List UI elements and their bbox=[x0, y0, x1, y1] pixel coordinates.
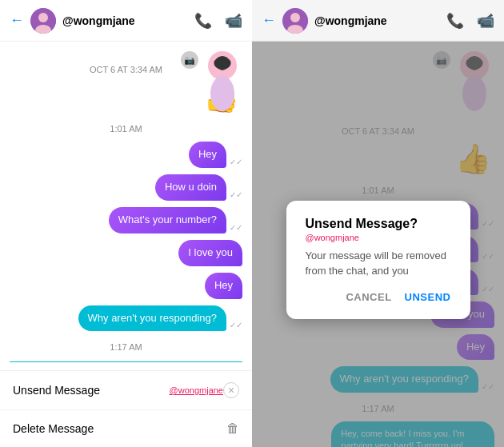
trash-icon: 🗑 bbox=[226, 421, 239, 436]
cancel-button[interactable]: CANCEL bbox=[346, 291, 391, 303]
unsend-username: @wongmjane bbox=[170, 385, 223, 395]
msg-hey-left: Hey ✓✓ bbox=[10, 142, 242, 168]
dialog-overlay: Unsend Message? @wongmjane Your message … bbox=[252, 42, 504, 447]
avatar-left bbox=[30, 8, 56, 34]
dialog-buttons: CANCEL UNSEND bbox=[306, 291, 451, 303]
header-actions-right: 📞 📹 bbox=[446, 12, 494, 30]
svg-point-7 bbox=[290, 13, 300, 22]
msg-iloveyou-left: I love you bbox=[10, 240, 242, 266]
bubble-howudoin-left[interactable]: How u doin bbox=[155, 174, 226, 201]
right-chat-container: 📷 OCT 6 AT 3:34 AM 👍 1:01 AM Hey ✓✓ How … bbox=[252, 42, 504, 447]
unsend-button[interactable]: UNSEND bbox=[405, 291, 451, 303]
back-button-right[interactable]: ← bbox=[262, 12, 276, 29]
msg-whynotresponding-left: Why aren't you responding? ✓✓ bbox=[10, 305, 242, 332]
dialog-title: Unsend Message? bbox=[306, 217, 451, 231]
svg-point-4 bbox=[210, 76, 234, 111]
username-left: @wongmjane bbox=[62, 14, 194, 27]
left-panel: ← @wongmjane 📞 📹 📷 bbox=[0, 0, 252, 447]
right-header: ← @wongmjane 📞 📹 bbox=[252, 0, 504, 42]
username-right: @wongmjane bbox=[314, 14, 446, 27]
left-header: ← @wongmjane 📞 📹 bbox=[0, 0, 252, 42]
bubble-hey2-left[interactable]: Hey bbox=[205, 273, 242, 299]
phone-icon-left[interactable]: 📞 bbox=[194, 12, 212, 30]
bubble-iloveyou-left[interactable]: I love you bbox=[178, 240, 242, 266]
dialog-body: Your message will be removed from the ch… bbox=[306, 249, 451, 277]
camera-icon-sticker-left: 📷 bbox=[181, 51, 198, 69]
unsend-message-item[interactable]: Unsend Message @wongmjane × bbox=[0, 371, 252, 410]
timestamp-101-left: 1:01 AM bbox=[10, 124, 242, 134]
phone-icon-right[interactable]: 📞 bbox=[446, 12, 464, 30]
bubble-whynotresponding-left[interactable]: Why aren't you responding? bbox=[78, 305, 226, 332]
chat-area-left: 📷 OCT 6 AT 3:34 AM 👍 1:01 AM Hey ✓✓ How … bbox=[0, 42, 252, 370]
back-button-left[interactable]: ← bbox=[10, 12, 24, 29]
timestamp-117-left: 1:17 AM bbox=[10, 342, 242, 352]
delete-label: Delete Message bbox=[13, 422, 226, 435]
msg-hey2-left: Hey bbox=[10, 273, 242, 299]
bubble-number-left[interactable]: What's your number? bbox=[109, 207, 226, 233]
video-icon-left[interactable]: 📹 bbox=[225, 12, 242, 30]
video-icon-right[interactable]: 📹 bbox=[477, 12, 494, 30]
bottom-sheet-left: Unsend Message @wongmjane × Delete Messa… bbox=[0, 370, 252, 447]
header-actions-left: 📞 📹 bbox=[194, 12, 242, 30]
delete-message-item[interactable]: Delete Message 🗑 bbox=[0, 410, 252, 447]
msg-howudoin-left: How u doin ✓✓ bbox=[10, 174, 242, 201]
msg-number-left: What's your number? ✓✓ bbox=[10, 207, 242, 233]
right-panel: ← @wongmjane 📞 📹 📷 bbox=[252, 0, 504, 447]
svg-point-1 bbox=[38, 13, 48, 22]
typing-bar-left bbox=[10, 361, 242, 362]
dialog-subtitle: @wongmjane bbox=[306, 233, 451, 242]
unsend-label: Unsend Message bbox=[13, 384, 166, 397]
avatar-right bbox=[282, 8, 308, 34]
sticker-left: 📷 bbox=[178, 50, 242, 117]
unsend-close-icon: × bbox=[223, 382, 239, 398]
sticker-area-left: 📷 bbox=[10, 50, 242, 52]
bubble-hey-left[interactable]: Hey bbox=[189, 142, 226, 168]
unsend-dialog: Unsend Message? @wongmjane Your message … bbox=[286, 201, 470, 318]
